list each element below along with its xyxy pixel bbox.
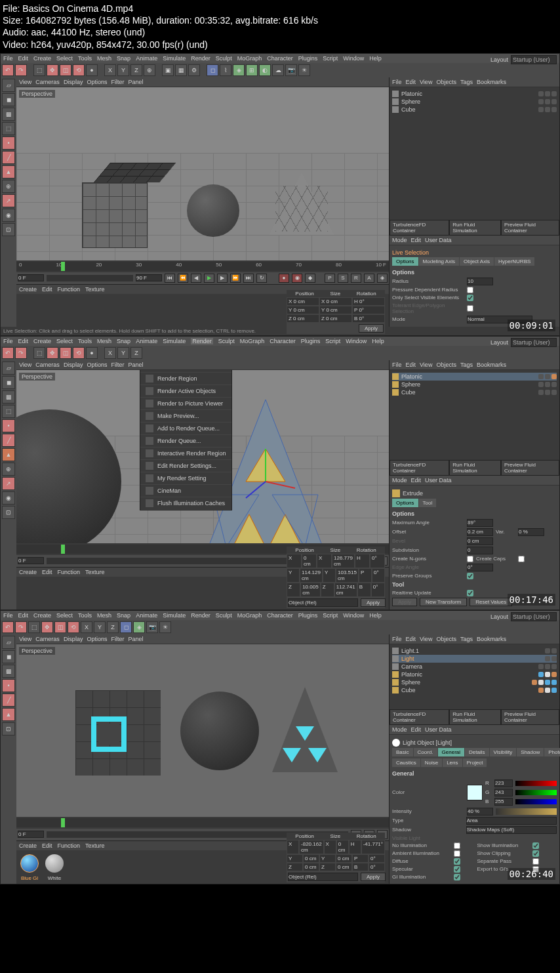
menu-render[interactable]: Render <box>191 338 213 344</box>
tab-tfd-container[interactable]: TurbulenceFD Container <box>390 709 449 725</box>
color-r-input[interactable] <box>494 779 513 787</box>
tab-function[interactable]: Function <box>58 286 81 293</box>
menu-file[interactable]: File <box>3 55 13 62</box>
scale-icon[interactable]: ◫ <box>54 621 66 633</box>
tab-visibility[interactable]: Visibility <box>490 748 517 756</box>
shadow-dropdown[interactable] <box>466 826 557 834</box>
tab-object-axis[interactable]: Object Axis <box>460 257 494 266</box>
snap-icon[interactable]: ⊡ <box>2 223 15 236</box>
redo-icon[interactable]: ↷ <box>15 621 27 633</box>
gi-checkbox[interactable] <box>454 874 460 880</box>
intensity-input[interactable] <box>467 808 493 816</box>
om-file[interactable]: File <box>392 636 402 642</box>
showclip-checkbox[interactable] <box>532 850 539 857</box>
axis-y-icon[interactable]: Y <box>117 347 129 359</box>
camera-icon[interactable]: 📷 <box>285 64 297 76</box>
menu-plugins[interactable]: Plugins <box>301 338 321 344</box>
spline-icon[interactable]: ⌇ <box>220 64 231 76</box>
tab-general[interactable]: General <box>438 748 464 756</box>
snap-icon[interactable]: ⊡ <box>2 722 15 735</box>
make-editable-icon[interactable]: ▱ <box>2 362 15 375</box>
new-transform-button[interactable]: New Transform <box>420 598 467 606</box>
menu-character[interactable]: Character <box>267 612 293 619</box>
param-key-icon[interactable]: A <box>364 274 374 283</box>
axis-mode-icon[interactable]: ⊕ <box>2 180 15 193</box>
texture-mode-icon[interactable]: ▩ <box>2 108 15 121</box>
loop-icon[interactable]: ↻ <box>256 274 267 283</box>
sphere-object[interactable] <box>16 409 121 543</box>
play-icon[interactable]: ▶ <box>204 274 214 283</box>
menu-plugins[interactable]: Plugins <box>298 55 318 62</box>
viewport-3d[interactable]: Perspective <box>16 644 389 817</box>
edge-input[interactable] <box>467 564 493 571</box>
record-icon[interactable]: ● <box>279 274 289 283</box>
color-g-input[interactable] <box>494 789 513 797</box>
tab-tool[interactable]: Tool <box>419 499 437 507</box>
rotate-icon[interactable]: ⟲ <box>68 621 79 633</box>
menu-render-region[interactable]: Render Region <box>140 373 231 385</box>
menu-snap[interactable]: Snap <box>117 338 130 344</box>
goto-start-icon[interactable]: ⏮ <box>165 274 175 283</box>
redo-icon[interactable]: ↷ <box>15 347 27 359</box>
menu-mograph[interactable]: MoGraph <box>237 612 262 619</box>
menu-mesh[interactable]: Mesh <box>97 612 111 619</box>
axis-mode-icon[interactable]: ⊕ <box>2 463 15 476</box>
tab-options[interactable]: Options <box>392 257 418 266</box>
var-input[interactable] <box>518 528 544 536</box>
am-edit[interactable]: Edit <box>411 237 422 243</box>
material-white[interactable] <box>45 854 64 873</box>
vp-view[interactable]: View <box>19 636 31 642</box>
menu-render[interactable]: Render <box>191 55 210 62</box>
vp-view[interactable]: View <box>19 79 31 85</box>
caps-checkbox[interactable] <box>518 556 525 562</box>
menu-character[interactable]: Character <box>267 55 293 62</box>
menu-select[interactable]: Select <box>56 612 73 619</box>
menu-mesh[interactable]: Mesh <box>97 338 111 344</box>
tab-run-sim[interactable]: Run Fluid Simulation <box>449 220 501 236</box>
tree-item-platonic[interactable]: Platonic <box>392 90 557 98</box>
tab-preview[interactable]: Preview Fluid Container <box>501 220 559 236</box>
axis-z-icon[interactable]: Z <box>130 64 142 76</box>
menu-window[interactable]: Window <box>343 612 364 619</box>
autokey-icon[interactable]: ◉ <box>292 274 302 283</box>
tree-item-light1[interactable]: Light.1 <box>392 647 557 655</box>
radius-input[interactable] <box>467 278 493 285</box>
menu-render-active[interactable]: Render Active Objects <box>140 385 231 398</box>
menu-help[interactable]: Help <box>369 612 382 619</box>
menu-sculpt[interactable]: Sculpt <box>218 338 235 344</box>
menu-flush[interactable]: Flush Illumination Caches <box>140 497 231 510</box>
tree-item-cube[interactable]: Cube <box>392 388 557 396</box>
preserve-checkbox[interactable] <box>467 573 473 579</box>
apply-button[interactable]: Apply <box>359 324 384 333</box>
viewport-3d[interactable]: Perspective <box>16 87 389 260</box>
vp-view[interactable]: View <box>19 362 31 368</box>
tree-item-camera[interactable]: Camera <box>392 663 557 671</box>
om-tags[interactable]: Tags <box>460 79 473 85</box>
om-bookmarks[interactable]: Bookmarks <box>477 79 506 85</box>
apply-button[interactable]: Apply <box>361 873 386 881</box>
menu-edit-settings[interactable]: Edit Render Settings... <box>140 460 231 472</box>
vp-panel[interactable]: Panel <box>128 636 143 642</box>
om-file[interactable]: File <box>392 79 402 85</box>
object-rel-dropdown[interactable] <box>288 873 358 881</box>
menu-mograph[interactable]: MoGraph <box>237 55 262 62</box>
layout-dropdown[interactable] <box>511 612 557 621</box>
ngons-checkbox[interactable] <box>467 556 473 562</box>
sphere-object[interactable] <box>180 692 259 770</box>
render-pv-icon[interactable]: ▦ <box>175 64 187 76</box>
select-icon[interactable]: ⬚ <box>33 347 45 359</box>
tweak-icon[interactable]: ↗ <box>2 477 15 490</box>
tweak-icon[interactable]: ↗ <box>2 194 15 207</box>
tab-options[interactable]: Options <box>392 499 418 507</box>
realtime-checkbox[interactable] <box>467 590 473 596</box>
layout-dropdown[interactable] <box>511 55 557 64</box>
redo-icon[interactable]: ↷ <box>15 64 27 76</box>
move-icon[interactable]: ✥ <box>47 347 58 359</box>
make-editable-icon[interactable]: ▱ <box>2 636 15 649</box>
menu-script[interactable]: Script <box>323 55 338 62</box>
tab-noise[interactable]: Noise <box>421 758 442 767</box>
undo-icon[interactable]: ↶ <box>2 64 14 76</box>
menu-simulate[interactable]: Simulate <box>163 338 186 344</box>
last-tool-icon[interactable]: ● <box>86 347 98 359</box>
intensity-slider[interactable] <box>496 808 557 815</box>
